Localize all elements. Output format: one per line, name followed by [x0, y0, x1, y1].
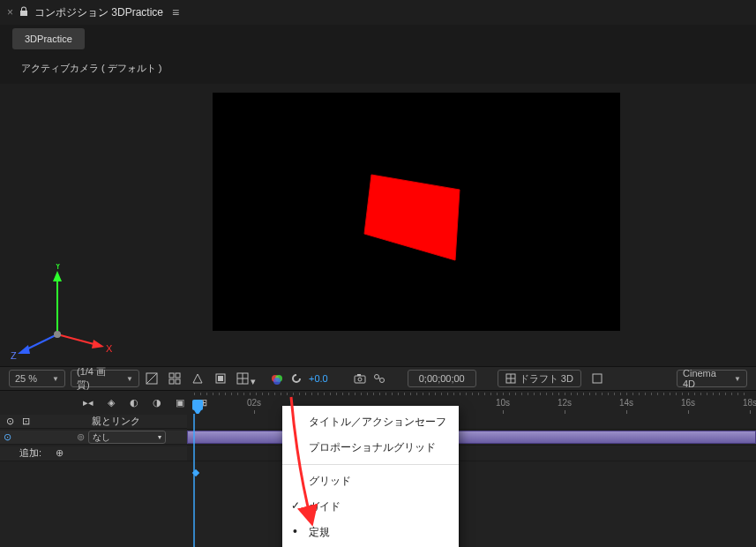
svg-rect-12 [176, 379, 180, 384]
add-row-left: 追加: ⊕ [0, 446, 187, 461]
timecode-value: 0;00;00;00 [419, 373, 465, 384]
svg-line-5 [25, 334, 57, 350]
close-tab-icon[interactable]: × [7, 6, 13, 19]
alpha-icon[interactable] [145, 371, 159, 386]
header-row-track [187, 414, 756, 430]
panel-menu-icon[interactable]: ≡ [172, 5, 179, 19]
composition-stage[interactable] [213, 93, 620, 331]
adj-icon[interactable]: ◑ [150, 395, 164, 409]
time-tick: 02s [247, 398, 261, 408]
draft-settings-icon[interactable] [590, 371, 604, 386]
svg-point-22 [358, 378, 362, 381]
viewport-toolbar: 25 % ▼ (1/4 画質) ▼ ▾ +0.0 0;00;00;00 ドラフト… [0, 366, 756, 391]
svg-rect-9 [169, 373, 174, 378]
time-tick: 12s [558, 398, 572, 408]
svg-rect-23 [357, 374, 361, 376]
header-row-left: ⊙ ⊡ 親とリンク [0, 415, 187, 429]
svg-point-25 [379, 378, 384, 383]
svg-rect-11 [169, 379, 174, 384]
grid-overlay-dropdown-icon[interactable]: ▾ [236, 371, 251, 386]
axis-y-label: Y [55, 264, 62, 271]
shy-icon[interactable]: ▸◂ [81, 395, 95, 409]
snapshot-icon[interactable] [353, 371, 367, 386]
svg-rect-28 [593, 374, 602, 383]
quality-value: (1/4 画質) [77, 365, 117, 392]
zoom-value: 25 % [15, 373, 37, 384]
axis-gizmo-3d[interactable]: Y X Z [9, 264, 115, 361]
quality-dropdown[interactable]: (1/4 画質) ▼ [71, 370, 139, 387]
svg-point-7 [54, 331, 61, 338]
axis-z-label: Z [11, 350, 17, 361]
layer-clip[interactable] [187, 431, 756, 444]
layer-row-left[interactable]: ⊙ ⊚ なし ▾ [0, 431, 187, 445]
timecode-display[interactable]: 0;00;00;00 [408, 370, 476, 387]
av-icon[interactable]: ◈ [104, 395, 118, 409]
lock-icon[interactable] [19, 6, 29, 19]
view-option-icons: ▾ [145, 371, 251, 386]
zoom-dropdown[interactable]: 25 % ▼ [9, 370, 65, 387]
roi-icon[interactable] [213, 371, 228, 386]
time-tick: 18s [743, 398, 756, 408]
add-plus-icon[interactable]: ⊕ [52, 446, 66, 461]
show-snapshot-icon[interactable] [372, 371, 386, 386]
menu-grid[interactable]: グリッド [282, 468, 459, 494]
renderer-value: Cinema 4D [683, 368, 725, 389]
menu-title-safe[interactable]: タイトル／アクションセーフ [282, 409, 459, 435]
svg-marker-4 [92, 340, 104, 348]
parent-value: なし [93, 431, 110, 444]
menu-separator [282, 464, 459, 465]
parent-dropdown[interactable]: なし ▾ [88, 431, 166, 444]
viewport[interactable]: Y X Z [0, 84, 756, 366]
comp-tab[interactable]: 3DPractice [12, 28, 85, 49]
time-ruler[interactable]: 02s10s12s14s16s18s [187, 398, 756, 414]
red-3d-layer[interactable] [363, 172, 477, 269]
parent-link-header: 親とリンク [92, 415, 140, 428]
axis-x-label: X [106, 343, 113, 354]
svg-marker-2 [53, 271, 62, 281]
menu-proportional-grid[interactable]: プロポーショナルグリッド [282, 435, 459, 461]
time-tick: 16s [681, 398, 695, 408]
svg-point-20 [273, 378, 281, 385]
tab-row: 3DPractice [0, 25, 756, 53]
svg-rect-10 [176, 373, 180, 378]
time-tick: 10s [496, 398, 510, 408]
mb-icon[interactable]: ◐ [127, 395, 141, 409]
channel-icon[interactable] [270, 371, 284, 386]
active-camera-label: アクティブカメラ ( デフォルト ) [0, 53, 756, 84]
svg-marker-6 [18, 345, 30, 354]
svg-point-24 [374, 375, 378, 379]
svg-rect-21 [355, 376, 365, 383]
add-row-track [187, 446, 756, 461]
renderer-dropdown[interactable]: Cinema 4D ▼ [677, 370, 747, 387]
draft-3d-toggle[interactable]: ドラフト 3D [498, 370, 581, 387]
add-label: 追加: [19, 446, 41, 460]
grid-icon[interactable] [168, 371, 182, 386]
svg-rect-29 [192, 400, 203, 410]
layer-clip-track[interactable] [187, 430, 756, 446]
exposure-value[interactable]: +0.0 [309, 373, 328, 384]
reset-exposure-icon[interactable] [289, 371, 303, 386]
draft-3d-label: ドラフト 3D [520, 372, 573, 386]
playhead-line[interactable] [193, 414, 195, 547]
menu-rulers[interactable]: 定規 [282, 520, 459, 545]
mask-icon[interactable] [191, 371, 205, 386]
time-tick: 14s [619, 398, 633, 408]
svg-line-3 [57, 334, 97, 345]
3d-icon[interactable]: ▣ [173, 395, 187, 409]
svg-rect-14 [218, 376, 223, 381]
menu-guides[interactable]: ガイド [282, 494, 459, 520]
panel-title: コンポジション 3DPractice [34, 5, 163, 20]
svg-marker-0 [364, 175, 460, 260]
grid-overlay-menu: タイトル／アクションセーフ プロポーショナルグリッド グリッド ガイド 定規 3… [282, 406, 459, 547]
panel-header: × コンポジション 3DPractice ≡ [0, 0, 756, 25]
